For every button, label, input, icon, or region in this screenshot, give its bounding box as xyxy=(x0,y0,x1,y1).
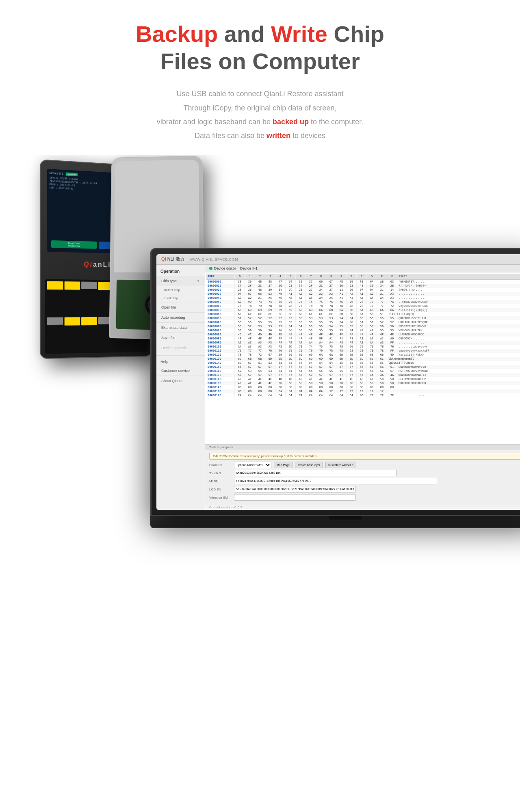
hex-row-15: 000000F0A2A3A3A3A4A4A4A4A4A4A3A4A3A4A3FF… xyxy=(206,341,520,345)
hex-byte-20-6: 54 xyxy=(296,361,306,365)
hex-byte-4-0: A3 xyxy=(235,296,245,300)
green-status-dot xyxy=(209,267,212,270)
hex-byte-8-7: 6C xyxy=(306,312,316,316)
hex-col-2: 2 xyxy=(255,274,265,279)
hex-byte-12-9: 55 xyxy=(326,328,336,333)
hex-byte-22-7: 54 xyxy=(306,369,316,373)
hex-ascii-28: ............~.~. xyxy=(397,393,520,397)
hex-byte-14-0: 4F xyxy=(235,337,245,341)
vib-input[interactable] xyxy=(234,494,356,501)
sidebar-open-file[interactable]: Open file xyxy=(156,302,205,313)
hex-byte-11-9: 54 xyxy=(326,324,336,328)
hex-byte-0-13: 0A xyxy=(367,280,377,284)
sidebar-examinate-data[interactable]: Examinate data xyxy=(156,323,205,333)
sidebar-customer-service[interactable]: Customer service xyxy=(156,366,205,376)
hex-byte-5-15: 76 xyxy=(387,300,397,304)
device-status: Device discor xyxy=(209,266,236,270)
hex-byte-14-6: 4F xyxy=(296,337,306,341)
lcd-sn-input[interactable] xyxy=(234,486,356,492)
hex-byte-18-15: 4D xyxy=(387,353,397,357)
hex-byte-12-4: 56 xyxy=(275,328,286,333)
hex-byte-3-7: A2 xyxy=(306,292,316,296)
hex-byte-12-14: 55 xyxy=(377,328,387,333)
hex-byte-3-0: 0F xyxy=(235,292,245,296)
sidebar-detect-chip[interactable]: Detect chip xyxy=(156,286,205,294)
hex-byte-23-7: 57 xyxy=(306,373,316,377)
hex-byte-28-4: C4 xyxy=(275,393,286,397)
hex-byte-22-4: 54 xyxy=(275,369,286,373)
hex-ascii-15: ............... xyxy=(397,341,520,345)
hex-byte-22-10: 55 xyxy=(336,369,347,373)
hex-byte-23-1: 57 xyxy=(245,373,255,377)
hex-byte-28-8: C4 xyxy=(316,393,326,397)
hex-byte-18-12: 6B xyxy=(357,353,367,357)
create-base-btn[interactable]: Create base layer xyxy=(295,462,323,468)
hex-byte-5-3: 74 xyxy=(265,300,275,304)
hex-row-13: 000000D04C4C4D4D4E4E4E4E4F4F4F4F4F4F4F4F… xyxy=(206,333,520,337)
hex-addr-7: 00000070 xyxy=(206,308,235,312)
hex-byte-21-10: 57 xyxy=(336,365,347,369)
laptop-area: Qi NLi 激力 WWW.QIANLISPACE.COM Operation xyxy=(150,248,520,553)
hex-byte-14-14: A2 xyxy=(377,337,387,341)
hex-byte-20-3: 53 xyxy=(265,361,275,365)
hex-byte-16-12: 76 xyxy=(357,345,367,349)
sidebar-about-qianli[interactable]: About QianLi xyxy=(156,376,205,386)
hex-byte-11-12: 56 xyxy=(357,324,367,328)
hw-connected-badge: connected xyxy=(66,173,78,177)
hex-byte-16-4: A2 xyxy=(275,345,286,349)
mt-sn-input[interactable] xyxy=(234,478,437,484)
hex-byte-23-14: 4A xyxy=(377,373,387,377)
hex-byte-8-9: 6C xyxy=(326,312,336,316)
sidebar-load-chip[interactable]: Load chip xyxy=(156,294,205,302)
hex-byte-28-2: C4 xyxy=(255,393,265,397)
hex-byte-20-0: 6C xyxy=(235,361,245,365)
hex-byte-19-7: 6D xyxy=(306,357,316,361)
hex-byte-3-11: A2 xyxy=(347,292,357,296)
hw-read-btn[interactable]: Read FromUnderlying xyxy=(51,240,97,249)
hex-byte-27-1: 00 xyxy=(245,389,255,393)
hex-byte-21-2: 57 xyxy=(255,365,265,369)
hex-byte-13-11: 4F xyxy=(347,333,357,337)
hex-byte-5-13: 77 xyxy=(367,300,377,304)
hex-byte-15-11: A4 xyxy=(347,341,357,345)
hex-byte-14-4: 4F xyxy=(275,337,286,341)
sidebar-auto-recording[interactable]: Auto recording xyxy=(156,313,205,323)
hex-byte-27-12: 12 xyxy=(357,389,367,393)
hex-byte-26-14: 00 xyxy=(377,385,387,389)
hex-byte-26-11: 00 xyxy=(347,385,357,389)
hex-byte-18-3: 67 xyxy=(265,353,275,357)
sidebar-save-file[interactable]: Save file xyxy=(156,333,205,343)
hex-byte-14-9: A1 xyxy=(326,337,336,341)
hex-byte-25-6: 50 xyxy=(296,381,306,385)
hex-byte-8-11: 6B xyxy=(347,312,357,316)
sidebar-help-header: Help xyxy=(156,355,205,366)
hex-addr-26: 000001A0 xyxy=(206,385,235,389)
hex-byte-3-13: A2 xyxy=(367,292,377,296)
hex-byte-20-15: lgQSSSTTTTUUUVU xyxy=(387,361,397,365)
hex-byte-17-15: FF xyxy=(387,349,397,353)
sidebar-chip-type[interactable]: Chip type ▼ xyxy=(156,276,205,286)
hex-byte-0-7: 37 xyxy=(306,280,316,284)
hex-row-16: 00000100A4A3A3A3A29D73747575757676767676… xyxy=(206,345,520,349)
hex-byte-10-15: 52 xyxy=(387,320,397,324)
sw-bottom-panel: CAUTION: Before data recovery, please ba… xyxy=(205,450,520,505)
hex-byte-18-4: 69 xyxy=(275,353,286,357)
hex-col-4: 4 xyxy=(275,274,286,279)
touch-input[interactable] xyxy=(234,470,396,476)
lcd-sn-row: LCD SN xyxy=(209,486,520,492)
hex-col-0: 0 xyxy=(235,274,245,279)
hex-byte-13-6: 4E xyxy=(296,333,306,337)
hex-byte-11-4: 33 xyxy=(275,324,286,328)
hex-byte-11-0: 53 xyxy=(235,324,245,328)
restore-btn[interactable]: lor restore without o xyxy=(325,462,356,468)
hex-byte-26-10: 00 xyxy=(336,385,347,389)
hex-byte-3-15: A3 xyxy=(387,292,397,296)
touch-row: Touch S xyxy=(209,470,520,476)
phone-model-select[interactable]: Iph0neX/XS/XSMax xyxy=(234,462,271,468)
hex-byte-6-13: 77 xyxy=(367,304,377,308)
hex-byte-13-4: 4E xyxy=(275,333,286,337)
hex-addr-12: 000000C0 xyxy=(206,328,235,333)
hex-byte-9-7: 53 xyxy=(306,316,316,320)
man-page-btn[interactable]: Man Page xyxy=(274,462,292,468)
hex-byte-17-12: 78 xyxy=(357,349,367,353)
